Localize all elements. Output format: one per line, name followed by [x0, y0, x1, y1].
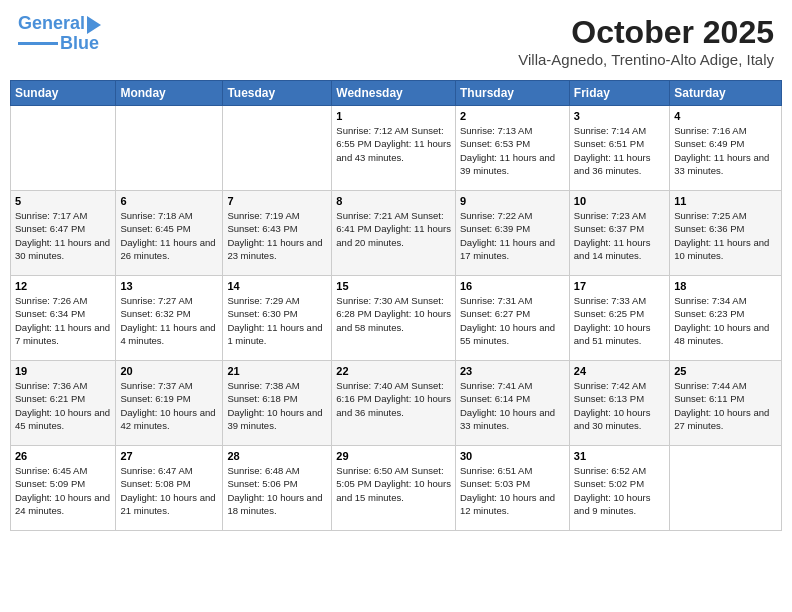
calendar-cell: 5Sunrise: 7:17 AM Sunset: 6:47 PM Daylig… [11, 191, 116, 276]
day-number: 21 [227, 365, 327, 377]
day-info: Sunrise: 7:29 AM Sunset: 6:30 PM Dayligh… [227, 294, 327, 347]
calendar-cell: 21Sunrise: 7:38 AM Sunset: 6:18 PM Dayli… [223, 361, 332, 446]
calendar-cell: 25Sunrise: 7:44 AM Sunset: 6:11 PM Dayli… [670, 361, 782, 446]
logo: General Blue [18, 14, 101, 54]
calendar-cell: 1Sunrise: 7:12 AM Sunset: 6:55 PM Daylig… [332, 106, 456, 191]
calendar-cell: 29Sunrise: 6:50 AM Sunset: 5:05 PM Dayli… [332, 446, 456, 531]
weekday-header-row: SundayMondayTuesdayWednesdayThursdayFrid… [11, 81, 782, 106]
logo-text-line1: General [18, 14, 85, 34]
day-number: 1 [336, 110, 451, 122]
day-number: 27 [120, 450, 218, 462]
day-number: 22 [336, 365, 451, 377]
day-number: 8 [336, 195, 451, 207]
calendar-cell: 28Sunrise: 6:48 AM Sunset: 5:06 PM Dayli… [223, 446, 332, 531]
calendar-cell: 26Sunrise: 6:45 AM Sunset: 5:09 PM Dayli… [11, 446, 116, 531]
day-info: Sunrise: 7:41 AM Sunset: 6:14 PM Dayligh… [460, 379, 565, 432]
weekday-header-saturday: Saturday [670, 81, 782, 106]
day-number: 20 [120, 365, 218, 377]
day-info: Sunrise: 7:31 AM Sunset: 6:27 PM Dayligh… [460, 294, 565, 347]
day-number: 7 [227, 195, 327, 207]
calendar-cell: 17Sunrise: 7:33 AM Sunset: 6:25 PM Dayli… [569, 276, 669, 361]
calendar-cell: 22Sunrise: 7:40 AM Sunset: 6:16 PM Dayli… [332, 361, 456, 446]
calendar-cell: 8Sunrise: 7:21 AM Sunset: 6:41 PM Daylig… [332, 191, 456, 276]
calendar-cell: 6Sunrise: 7:18 AM Sunset: 6:45 PM Daylig… [116, 191, 223, 276]
day-info: Sunrise: 7:33 AM Sunset: 6:25 PM Dayligh… [574, 294, 665, 347]
day-number: 26 [15, 450, 111, 462]
calendar-cell: 10Sunrise: 7:23 AM Sunset: 6:37 PM Dayli… [569, 191, 669, 276]
day-info: Sunrise: 6:47 AM Sunset: 5:08 PM Dayligh… [120, 464, 218, 517]
page-subtitle: Villa-Agnedo, Trentino-Alto Adige, Italy [518, 51, 774, 68]
day-info: Sunrise: 6:50 AM Sunset: 5:05 PM Dayligh… [336, 464, 451, 504]
logo-arrow-icon [87, 16, 101, 34]
day-number: 10 [574, 195, 665, 207]
day-number: 24 [574, 365, 665, 377]
day-info: Sunrise: 7:30 AM Sunset: 6:28 PM Dayligh… [336, 294, 451, 334]
calendar-week-row: 5Sunrise: 7:17 AM Sunset: 6:47 PM Daylig… [11, 191, 782, 276]
calendar-cell: 31Sunrise: 6:52 AM Sunset: 5:02 PM Dayli… [569, 446, 669, 531]
calendar-week-row: 1Sunrise: 7:12 AM Sunset: 6:55 PM Daylig… [11, 106, 782, 191]
day-number: 15 [336, 280, 451, 292]
day-number: 9 [460, 195, 565, 207]
day-info: Sunrise: 7:18 AM Sunset: 6:45 PM Dayligh… [120, 209, 218, 262]
day-info: Sunrise: 7:42 AM Sunset: 6:13 PM Dayligh… [574, 379, 665, 432]
day-info: Sunrise: 7:16 AM Sunset: 6:49 PM Dayligh… [674, 124, 777, 177]
calendar-cell: 16Sunrise: 7:31 AM Sunset: 6:27 PM Dayli… [455, 276, 569, 361]
day-info: Sunrise: 7:17 AM Sunset: 6:47 PM Dayligh… [15, 209, 111, 262]
calendar-cell: 15Sunrise: 7:30 AM Sunset: 6:28 PM Dayli… [332, 276, 456, 361]
day-info: Sunrise: 6:51 AM Sunset: 5:03 PM Dayligh… [460, 464, 565, 517]
day-info: Sunrise: 7:26 AM Sunset: 6:34 PM Dayligh… [15, 294, 111, 347]
title-block: October 2025 Villa-Agnedo, Trentino-Alto… [518, 14, 774, 68]
weekday-header-tuesday: Tuesday [223, 81, 332, 106]
day-number: 5 [15, 195, 111, 207]
calendar-cell: 12Sunrise: 7:26 AM Sunset: 6:34 PM Dayli… [11, 276, 116, 361]
calendar-cell: 9Sunrise: 7:22 AM Sunset: 6:39 PM Daylig… [455, 191, 569, 276]
page-title: October 2025 [518, 14, 774, 51]
day-info: Sunrise: 7:22 AM Sunset: 6:39 PM Dayligh… [460, 209, 565, 262]
day-number: 19 [15, 365, 111, 377]
calendar-cell: 30Sunrise: 6:51 AM Sunset: 5:03 PM Dayli… [455, 446, 569, 531]
weekday-header-monday: Monday [116, 81, 223, 106]
calendar-cell: 18Sunrise: 7:34 AM Sunset: 6:23 PM Dayli… [670, 276, 782, 361]
day-number: 29 [336, 450, 451, 462]
calendar-cell: 20Sunrise: 7:37 AM Sunset: 6:19 PM Dayli… [116, 361, 223, 446]
calendar-cell [670, 446, 782, 531]
day-number: 2 [460, 110, 565, 122]
logo-text-line2: Blue [60, 34, 99, 54]
calendar-cell: 3Sunrise: 7:14 AM Sunset: 6:51 PM Daylig… [569, 106, 669, 191]
day-info: Sunrise: 7:27 AM Sunset: 6:32 PM Dayligh… [120, 294, 218, 347]
day-number: 17 [574, 280, 665, 292]
day-number: 16 [460, 280, 565, 292]
day-number: 4 [674, 110, 777, 122]
day-number: 28 [227, 450, 327, 462]
calendar-cell: 27Sunrise: 6:47 AM Sunset: 5:08 PM Dayli… [116, 446, 223, 531]
day-number: 31 [574, 450, 665, 462]
calendar-cell: 2Sunrise: 7:13 AM Sunset: 6:53 PM Daylig… [455, 106, 569, 191]
day-number: 18 [674, 280, 777, 292]
day-info: Sunrise: 6:45 AM Sunset: 5:09 PM Dayligh… [15, 464, 111, 517]
calendar-cell: 7Sunrise: 7:19 AM Sunset: 6:43 PM Daylig… [223, 191, 332, 276]
day-info: Sunrise: 7:44 AM Sunset: 6:11 PM Dayligh… [674, 379, 777, 432]
day-number: 6 [120, 195, 218, 207]
day-info: Sunrise: 7:37 AM Sunset: 6:19 PM Dayligh… [120, 379, 218, 432]
day-info: Sunrise: 7:19 AM Sunset: 6:43 PM Dayligh… [227, 209, 327, 262]
day-number: 13 [120, 280, 218, 292]
calendar-cell: 24Sunrise: 7:42 AM Sunset: 6:13 PM Dayli… [569, 361, 669, 446]
weekday-header-friday: Friday [569, 81, 669, 106]
day-info: Sunrise: 6:48 AM Sunset: 5:06 PM Dayligh… [227, 464, 327, 517]
day-number: 11 [674, 195, 777, 207]
weekday-header-thursday: Thursday [455, 81, 569, 106]
calendar-cell: 23Sunrise: 7:41 AM Sunset: 6:14 PM Dayli… [455, 361, 569, 446]
day-number: 14 [227, 280, 327, 292]
day-number: 30 [460, 450, 565, 462]
day-number: 12 [15, 280, 111, 292]
day-info: Sunrise: 7:36 AM Sunset: 6:21 PM Dayligh… [15, 379, 111, 432]
calendar-cell [223, 106, 332, 191]
day-info: Sunrise: 7:40 AM Sunset: 6:16 PM Dayligh… [336, 379, 451, 419]
page-header: General Blue October 2025 Villa-Agnedo, … [10, 10, 782, 72]
day-info: Sunrise: 7:14 AM Sunset: 6:51 PM Dayligh… [574, 124, 665, 177]
weekday-header-wednesday: Wednesday [332, 81, 456, 106]
calendar-cell [11, 106, 116, 191]
day-info: Sunrise: 6:52 AM Sunset: 5:02 PM Dayligh… [574, 464, 665, 517]
calendar-cell: 4Sunrise: 7:16 AM Sunset: 6:49 PM Daylig… [670, 106, 782, 191]
calendar-cell: 13Sunrise: 7:27 AM Sunset: 6:32 PM Dayli… [116, 276, 223, 361]
